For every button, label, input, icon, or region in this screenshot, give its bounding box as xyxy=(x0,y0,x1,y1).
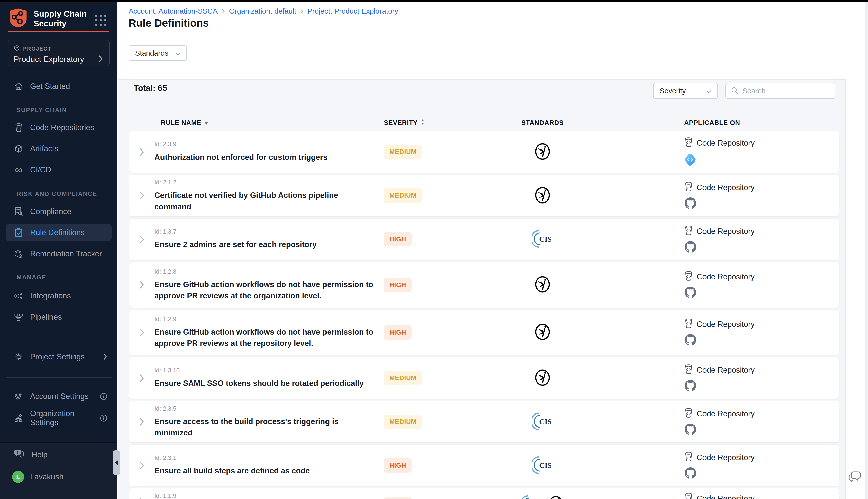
table-row[interactable]: Id: 2.3.1Ensure all build steps are defi… xyxy=(129,445,839,486)
sidebar-item-compliance[interactable]: Compliance xyxy=(5,203,112,220)
sidebar-item-label: Organization Settings xyxy=(30,409,94,427)
severity-badge: HIGH xyxy=(384,278,412,292)
cube-icon xyxy=(14,144,24,153)
expand-chevron-icon[interactable] xyxy=(129,235,154,244)
sidebar-item-artifacts[interactable]: Artifacts xyxy=(5,140,112,157)
rule-name: Ensure all build steps are defined as co… xyxy=(154,465,376,477)
expand-chevron-icon[interactable] xyxy=(129,328,154,337)
standards-filter-label: Standards xyxy=(135,49,168,57)
search-box xyxy=(726,83,835,99)
applicable-on-label: Code Repository xyxy=(697,227,755,236)
gear-icon xyxy=(14,352,24,361)
home-icon xyxy=(14,82,24,91)
owasp-icon xyxy=(547,495,564,499)
rule-name: Ensure access to the build process's tri… xyxy=(154,416,376,439)
applicable-on-label: Code Repository xyxy=(697,494,755,499)
sidebar-item-cicd[interactable]: ∞ CI/CD xyxy=(5,161,112,179)
search-input[interactable] xyxy=(742,87,825,95)
help-label: Help xyxy=(32,450,48,459)
search-icon xyxy=(731,87,739,95)
app-title: Supply Chain Security xyxy=(34,8,97,29)
app-logo[interactable]: Supply Chain Security xyxy=(9,8,97,29)
chevron-right-icon xyxy=(103,354,108,360)
sidebar-item-code-repositories[interactable]: Code Repositories xyxy=(5,119,112,136)
harness-code-icon xyxy=(684,153,839,167)
table-row[interactable]: Id: 2.3.5Ensure access to the build proc… xyxy=(129,401,839,442)
severity-badge: MEDIUM xyxy=(384,415,422,429)
expand-chevron-icon[interactable] xyxy=(129,498,154,499)
rule-id: Id: 1.3.10 xyxy=(154,367,376,374)
breadcrumb: Account: Automation-SSCA Organization: d… xyxy=(128,7,398,15)
info-icon[interactable] xyxy=(100,414,108,422)
sidebar-item-get-started[interactable]: Get Started xyxy=(5,78,112,95)
severity-filter-dropdown[interactable]: Severity xyxy=(653,83,718,99)
table-row[interactable]: Id: 1.3.10Ensure SAML SSO tokens should … xyxy=(129,357,839,399)
github-icon xyxy=(685,197,839,210)
severity-badge: MEDIUM xyxy=(384,371,422,385)
github-icon xyxy=(685,241,839,254)
app-switcher-grid-icon[interactable] xyxy=(95,15,107,26)
sidebar-item-integrations[interactable]: Integrations xyxy=(5,288,112,305)
code-repository-icon xyxy=(684,137,693,149)
table-row[interactable]: Id: 1.3.7Ensure 2 admins are set for eac… xyxy=(129,219,839,260)
info-icon[interactable] xyxy=(100,393,108,400)
user-menu[interactable]: L Lavakush xyxy=(12,471,64,483)
sort-both-icon[interactable] xyxy=(421,119,425,126)
help-button[interactable]: ? Help xyxy=(14,449,48,461)
sort-desc-icon[interactable] xyxy=(204,119,209,126)
breadcrumb-organization[interactable]: Organization: default xyxy=(229,7,296,15)
diamond-arrows-icon xyxy=(14,291,24,301)
severity-badge: HIGH xyxy=(384,458,412,473)
github-icon xyxy=(685,380,839,392)
code-repository-icon xyxy=(684,181,693,194)
severity-badge: HIGH xyxy=(384,497,412,499)
sidebar-item-label: Project Settings xyxy=(30,352,85,361)
expand-chevron-icon[interactable] xyxy=(129,148,154,156)
user-name: Lavakush xyxy=(30,472,64,482)
table-row[interactable]: Id: 1.2.9Ensure GitHub action workflows … xyxy=(129,310,839,355)
sidebar-item-label: Get Started xyxy=(30,82,70,91)
project-name: Product Exploratory xyxy=(14,54,84,64)
chevron-down-icon xyxy=(706,87,711,95)
rule-name: Authorization not enforced for custom tr… xyxy=(154,152,376,163)
github-icon xyxy=(685,467,839,480)
sidebar-item-account-settings[interactable]: Account Settings xyxy=(5,388,112,405)
standards-filter-dropdown[interactable]: Standards xyxy=(128,45,187,61)
breadcrumb-project[interactable]: Project: Product Exploratory xyxy=(307,7,398,15)
column-rule-name[interactable]: RULE NAME xyxy=(161,119,201,126)
sidebar-item-remediation-tracker[interactable]: Remediation Tracker xyxy=(5,245,112,262)
table-row[interactable]: Id: 2.1.2Certificate not verified by Git… xyxy=(129,175,839,216)
project-selector[interactable]: PROJECT Product Exploratory xyxy=(8,40,110,66)
sidebar-section-risk-compliance: RISK AND COMPLIANCE xyxy=(16,191,97,197)
page-title: Rule Definitions xyxy=(128,17,209,29)
table-row[interactable]: Id: 1.2.8Ensure GitHub action workflows … xyxy=(129,262,839,307)
page-scrollbar[interactable] xyxy=(865,2,868,499)
sidebar-item-label: Integrations xyxy=(30,291,71,301)
sidebar-item-label: Remediation Tracker xyxy=(30,249,102,258)
column-applicable-on: APPLICABLE ON xyxy=(684,119,740,126)
table-row[interactable]: Id: 2.3.9Authorization not enforced for … xyxy=(129,131,839,173)
chat-feedback-icon[interactable] xyxy=(848,470,863,484)
expand-chevron-icon[interactable] xyxy=(129,192,154,200)
applicable-on-label: Code Repository xyxy=(697,320,755,329)
expand-chevron-icon[interactable] xyxy=(129,417,154,426)
breadcrumb-account[interactable]: Account: Automation-SSCA xyxy=(128,7,218,15)
sidebar-item-project-settings[interactable]: Project Settings xyxy=(5,348,112,365)
sidebar-collapse-handle[interactable] xyxy=(113,450,120,475)
code-repository-icon xyxy=(684,364,693,376)
sidebar-item-pipelines[interactable]: Pipelines xyxy=(5,308,112,326)
expand-chevron-icon[interactable] xyxy=(129,281,154,289)
column-severity[interactable]: SEVERITY xyxy=(384,119,418,126)
sidebar-item-organization-settings[interactable]: Organization Settings xyxy=(5,410,112,427)
expand-chevron-icon[interactable] xyxy=(129,374,154,382)
cis-icon xyxy=(532,412,553,432)
sidebar-item-rule-definitions[interactable]: Rule Definitions xyxy=(5,224,112,241)
code-repository-icon xyxy=(684,271,693,283)
table-row[interactable]: Id: 1.1.9 HIGH Code Repository xyxy=(129,488,839,499)
sidebar-footer: ? Help L Lavakush xyxy=(0,442,116,499)
applicable-on-label: Code Repository xyxy=(697,409,755,418)
severity-badge: MEDIUM xyxy=(384,145,422,159)
expand-chevron-icon[interactable] xyxy=(129,461,154,470)
severity-badge: MEDIUM xyxy=(384,188,422,203)
divider xyxy=(5,339,112,339)
